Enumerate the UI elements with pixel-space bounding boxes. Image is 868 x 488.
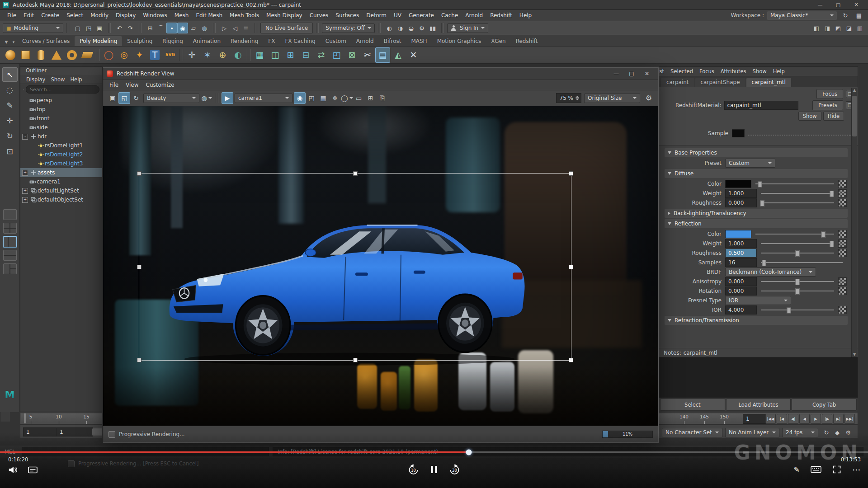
layout-four-view[interactable]: [3, 223, 17, 234]
texture-map-icon[interactable]: [838, 180, 847, 188]
rotate-tool[interactable]: ↻: [2, 129, 18, 143]
outliner-item-hdr[interactable]: -hdr: [20, 132, 102, 141]
scale-tool[interactable]: ⊡: [2, 144, 18, 159]
menu-generate[interactable]: Generate: [405, 11, 438, 20]
texture-map-icon[interactable]: [838, 230, 847, 238]
texture-map-icon[interactable]: [838, 287, 847, 295]
open-render-view-icon[interactable]: ◐: [384, 23, 395, 33]
attr-slider[interactable]: [755, 181, 834, 187]
toggle-grid-icon[interactable]: ▦: [317, 92, 329, 104]
outliner-item-rsdomelight3[interactable]: rsDomeLight3: [20, 159, 102, 168]
output-connections-icon[interactable]: ◁: [230, 23, 241, 33]
keyboard-shortcuts-icon[interactable]: [811, 466, 821, 473]
separator[interactable]: [316, 23, 319, 33]
slider-handle[interactable]: [760, 200, 764, 206]
workspace-reset-icon[interactable]: ↻: [840, 10, 851, 21]
scrollbar-thumb[interactable]: [852, 96, 857, 136]
image-size-dropdown[interactable]: Original Size: [584, 94, 640, 103]
outliner-menu-help[interactable]: Help: [68, 75, 84, 84]
notes-textarea[interactable]: [659, 357, 858, 398]
menu-curves[interactable]: Curves: [306, 11, 332, 20]
sample-swatch[interactable]: [732, 129, 745, 137]
shelf-icon-sweep-mesh[interactable]: ◐: [231, 47, 245, 63]
render-current-frame-icon[interactable]: ◑: [395, 23, 406, 33]
outliner-menu-display[interactable]: Display: [24, 75, 47, 84]
menu-mesh-display[interactable]: Mesh Display: [263, 11, 306, 20]
close-button[interactable]: ✕: [847, 0, 865, 9]
ipr-render-icon[interactable]: ◒: [406, 23, 416, 33]
color-swatch[interactable]: [725, 230, 751, 238]
ae-menu-show[interactable]: Show: [750, 67, 770, 75]
shelf-icon-extrude[interactable]: ◰: [329, 47, 344, 63]
pause-viewport-icon[interactable]: ▮▮: [427, 23, 438, 33]
shelf-icon-lattice[interactable]: ▤: [375, 47, 390, 63]
scroll-down-icon[interactable]: ▼: [852, 352, 857, 357]
separator[interactable]: [441, 23, 444, 33]
attr-dropdown-brdf[interactable]: Beckmann (Cook-Torrance): [725, 267, 816, 277]
snap-to-projected-center-icon[interactable]: ◉: [177, 23, 188, 33]
render-viewport[interactable]: [103, 106, 658, 426]
workspace-options-icon[interactable]: ▤: [854, 10, 864, 21]
hide-button[interactable]: Hide: [823, 112, 844, 121]
render-view-titlebar[interactable]: Redshift Render View — ▢ ✕: [103, 68, 658, 80]
ae-menu-help[interactable]: Help: [770, 67, 788, 75]
menu-help[interactable]: Help: [516, 11, 535, 20]
attr-value-field[interactable]: 1.000: [725, 189, 757, 198]
lasso-tool[interactable]: ◌: [2, 83, 18, 97]
no-live-surface-button[interactable]: No Live Surface: [260, 23, 313, 33]
shelf-icon-separate[interactable]: ◫: [268, 47, 283, 63]
texture-map-icon[interactable]: [838, 277, 847, 286]
fullscreen-icon[interactable]: [832, 465, 841, 474]
step-back-frame-button[interactable]: |◀: [777, 414, 787, 424]
spinner-arrows-icon[interactable]: [576, 96, 579, 100]
toggle-attribute-editor-icon[interactable]: ◩: [833, 23, 844, 33]
texture-map-icon[interactable]: [838, 249, 847, 257]
outliner-item-defaultobjectset[interactable]: +defaultObjectSet: [20, 195, 102, 204]
outliner-item-rsdomelight2[interactable]: rsDomeLight2: [20, 150, 102, 159]
shelf-tab-custom[interactable]: Custom: [321, 36, 351, 46]
attribute-editor-scrollbar[interactable]: ▲ ▼: [851, 88, 857, 357]
volume-icon[interactable]: [8, 465, 18, 474]
start-render-icon[interactable]: ▶: [222, 92, 233, 104]
shelf-icon-boolean-union[interactable]: ⊞: [283, 47, 298, 63]
menu-set-dropdown[interactable]: ▦ Modeling: [3, 23, 63, 33]
shelf-icon-poly-cylinder[interactable]: [33, 47, 48, 63]
separator[interactable]: [255, 23, 257, 33]
paint-select-tool[interactable]: ✎: [2, 98, 18, 113]
shelf-tab-motion-graphics[interactable]: Motion Graphics: [432, 36, 486, 46]
save-scene-icon[interactable]: ▣: [94, 23, 105, 33]
snap-to-grid-icon[interactable]: ⊞: [145, 23, 156, 33]
outliner-menu-show[interactable]: Show: [48, 75, 67, 84]
outliner-item-assets[interactable]: +assets: [20, 168, 102, 177]
skip-forward-30-icon[interactable]: 30: [449, 464, 461, 475]
menu-surfaces[interactable]: Surfaces: [332, 11, 363, 20]
open-scene-icon[interactable]: ◳: [83, 23, 94, 33]
start-ipr-icon[interactable]: ◉: [294, 92, 306, 104]
shelf-icon-type-tool[interactable]: T: [147, 47, 162, 63]
menu-edit[interactable]: Edit: [20, 11, 38, 20]
pause-icon[interactable]: [431, 466, 437, 473]
shelf-menu-icon[interactable]: ▼: [3, 38, 10, 46]
shelf-icon-boolean-difference[interactable]: ⊟: [298, 47, 313, 63]
play-forwards-button[interactable]: ▶: [811, 414, 821, 424]
toggle-humanik-icon[interactable]: ◨: [822, 23, 833, 33]
snap-to-curve-icon[interactable]: ⌒: [156, 23, 166, 33]
attr-slider[interactable]: [761, 259, 843, 266]
expander-icon[interactable]: +: [22, 170, 28, 176]
shelf-tab-bifrost[interactable]: Bifrost: [379, 36, 406, 46]
shelf-icon-poly-cube[interactable]: [18, 47, 33, 63]
step-forward-key-button[interactable]: |▶: [822, 414, 832, 424]
attr-slider[interactable]: [761, 250, 834, 256]
more-options-icon[interactable]: ⋯: [852, 465, 861, 474]
minimize-button[interactable]: —: [811, 0, 829, 9]
shelf-tab-rigging[interactable]: Rigging: [157, 36, 188, 46]
texture-map-icon[interactable]: [838, 306, 847, 314]
slider-handle[interactable]: [821, 231, 825, 238]
ae-menu-list[interactable]: List: [659, 67, 667, 75]
menu-cache[interactable]: Cache: [438, 11, 462, 20]
aov-dropdown[interactable]: Beauty: [143, 94, 199, 103]
section-diffuse[interactable]: Diffuse: [665, 169, 848, 178]
separator[interactable]: [108, 23, 111, 33]
menu-modify[interactable]: Modify: [87, 11, 112, 20]
shelf-icon-nurbs-square[interactable]: ◎: [117, 47, 132, 63]
